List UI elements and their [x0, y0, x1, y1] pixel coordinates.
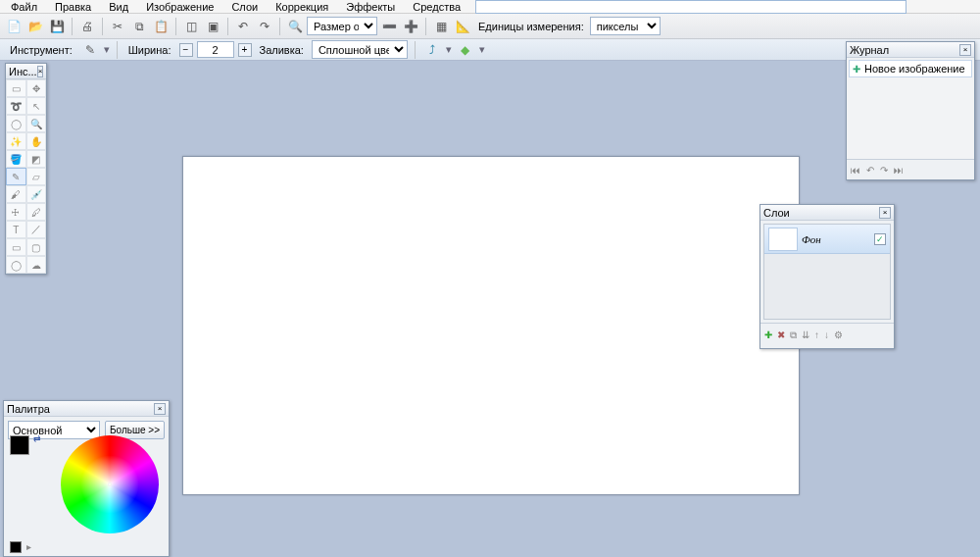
history-item-label: Новое изображение [864, 63, 965, 75]
separator [175, 18, 176, 35]
width-decrement[interactable]: − [179, 43, 193, 57]
layer-thumbnail [768, 228, 798, 251]
layer-down-icon[interactable]: ↓ [824, 329, 829, 340]
tool-rectangle[interactable]: ▭ [6, 238, 26, 256]
save-icon: 💾 [50, 20, 65, 33]
layers-panel-close[interactable]: × [879, 207, 891, 219]
layer-duplicate-icon[interactable]: ⧉ [790, 329, 797, 341]
layer-row[interactable]: Фон ✓ [764, 225, 890, 254]
tool-ellipse-select[interactable]: ◯ [6, 115, 26, 132]
menu-layers[interactable]: Слои [222, 0, 267, 14]
tool-recolor[interactable]: 🖊 [26, 203, 47, 221]
units-combo[interactable]: пикселы [590, 17, 661, 35]
menu-effects[interactable]: Эффекты [337, 0, 404, 14]
tools-panel-title: Инс... [9, 66, 37, 77]
copy-button[interactable]: ⧉ [129, 17, 149, 36]
tool-lasso[interactable]: ➰ [6, 97, 26, 115]
fill-combo[interactable]: Сплошной цвет [312, 40, 408, 59]
tool-brush[interactable]: 🖌 [6, 185, 26, 203]
current-tool-icon[interactable]: ✎ [80, 40, 100, 60]
deselect-button[interactable]: ▣ [203, 17, 222, 36]
grid-button[interactable]: ▦ [431, 17, 451, 36]
layers-panel-title: Слои [763, 207, 790, 219]
reset-colors-icon[interactable] [10, 541, 22, 553]
layer-up-icon[interactable]: ↑ [814, 329, 819, 340]
history-last-icon[interactable]: ⏭ [894, 165, 904, 176]
tool-ellipse[interactable]: ◯ [6, 256, 26, 274]
palette-panel-close[interactable]: × [154, 403, 166, 415]
separator [279, 18, 280, 35]
tools-panel-close[interactable]: × [37, 66, 44, 77]
tool-text[interactable]: T [6, 221, 26, 238]
tool-bucket[interactable]: 🪣 [6, 150, 26, 168]
ruler-button[interactable]: 📐 [453, 17, 472, 36]
redo-button[interactable]: ↷ [255, 17, 274, 36]
tool-zoom[interactable]: 🔍 [26, 115, 47, 132]
clone-icon: 🜊 [11, 207, 21, 218]
history-redo-icon[interactable]: ↷ [880, 165, 888, 176]
width-input[interactable] [197, 41, 234, 58]
save-button[interactable]: 💾 [47, 17, 67, 36]
menu-file[interactable]: Файл [2, 0, 46, 14]
new-image-icon: ✚ [853, 64, 860, 75]
layer-merge-icon[interactable]: ⇊ [802, 329, 809, 340]
antialias-button[interactable]: ⤴ [422, 40, 442, 60]
tool-pan[interactable]: ✋ [26, 132, 47, 150]
layer-add-icon[interactable]: ✚ [764, 329, 772, 340]
blend-button[interactable]: ◆ [456, 40, 475, 60]
text-icon: T [13, 225, 19, 235]
tool-rect-select[interactable]: ▭ [6, 79, 26, 97]
menu-tools[interactable]: Средства [404, 0, 469, 14]
tool-eraser[interactable]: ▱ [26, 168, 47, 185]
history-panel-close[interactable]: × [959, 44, 971, 56]
tool-picker[interactable]: 💉 [26, 185, 47, 203]
tool-roundrect[interactable]: ▢ [26, 238, 47, 256]
tool-gradient[interactable]: ◩ [26, 150, 47, 168]
palette-menu-icon[interactable]: ▸ [26, 541, 31, 553]
tool-clone[interactable]: 🜊 [6, 203, 26, 221]
history-undo-icon[interactable]: ↶ [866, 165, 874, 176]
swap-colors-icon[interactable]: ⇄ [33, 433, 41, 443]
primary-color-swatch[interactable] [10, 435, 29, 455]
menu-adjust[interactable]: Коррекция [267, 0, 337, 14]
menu-view[interactable]: Вид [100, 0, 137, 14]
fill-label: Заливка: [256, 44, 308, 56]
history-nav: ⏮ ↶ ↷ ⏭ [847, 160, 974, 179]
history-first-icon[interactable]: ⏮ [851, 165, 860, 176]
print-button[interactable]: 🖨 [77, 17, 97, 36]
layer-props-icon[interactable]: ⚙ [834, 329, 843, 340]
menu-image[interactable]: Изображение [137, 0, 222, 14]
layer-visible-checkbox[interactable]: ✓ [874, 233, 886, 245]
canvas[interactable] [182, 156, 800, 495]
zoom-button[interactable]: 🔍 [285, 17, 305, 36]
separator [102, 18, 103, 35]
zoom-in-button[interactable]: ➕ [401, 17, 420, 36]
undo-button[interactable]: ↶ [233, 17, 253, 36]
resize-combo[interactable]: Размер от [307, 17, 377, 35]
tool-line[interactable]: ／ [26, 221, 47, 238]
layers-toolbar: ✚ ✖ ⧉ ⇊ ↑ ↓ ⚙ [760, 323, 894, 346]
paste-button[interactable]: 📋 [151, 17, 171, 36]
zoom-out-button[interactable]: ➖ [379, 17, 399, 36]
blend-icon: ◆ [461, 43, 469, 57]
history-list: ✚ Новое изображение [847, 60, 974, 160]
wand-icon: ✨ [10, 136, 22, 147]
open-file-button[interactable]: 📂 [25, 17, 45, 36]
new-file-button[interactable]: 📄 [4, 17, 24, 36]
main-toolbar: 📄 📂 💾 🖨 ✂ ⧉ 📋 ◫ ▣ ↶ ↷ 🔍 Размер от ➖ ➕ ▦ … [0, 14, 980, 39]
cut-button[interactable]: ✂ [108, 17, 127, 36]
gradient-icon: ◩ [31, 154, 40, 165]
color-wheel[interactable] [61, 435, 159, 533]
tool-pencil[interactable]: ✎ [6, 168, 26, 185]
tool-move[interactable]: ✥ [26, 79, 47, 97]
tool-freeform[interactable]: ☁ [26, 256, 47, 274]
history-item[interactable]: ✚ Новое изображение [849, 60, 972, 77]
tool-wand[interactable]: ✨ [6, 132, 26, 150]
menu-edit[interactable]: Правка [46, 0, 100, 14]
width-increment[interactable]: + [238, 43, 252, 57]
crop-button[interactable]: ◫ [181, 17, 201, 36]
tool-move-select[interactable]: ↖ [26, 97, 47, 115]
layer-delete-icon[interactable]: ✖ [777, 329, 785, 340]
title-bar-input[interactable] [475, 0, 906, 14]
open-folder-icon: 📂 [28, 20, 43, 33]
